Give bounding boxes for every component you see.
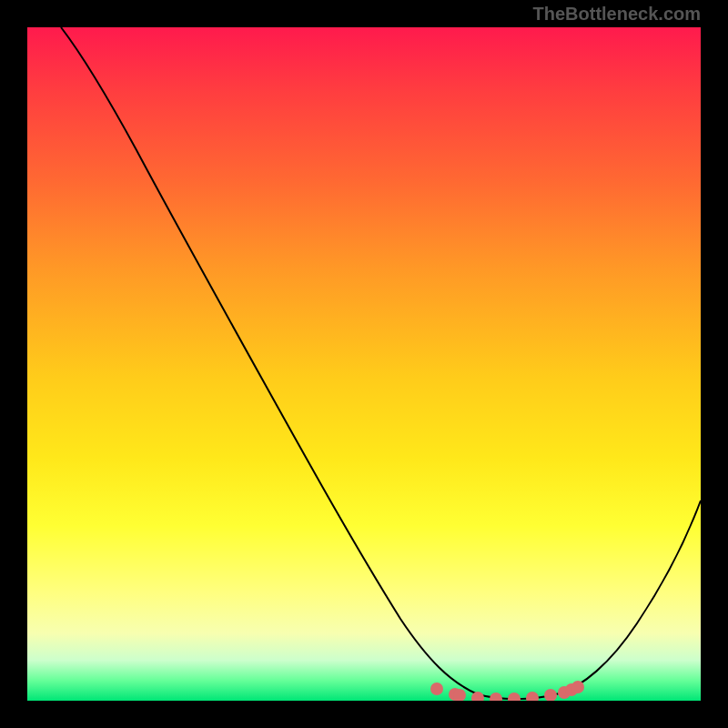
svg-point-6 — [526, 692, 539, 701]
svg-point-4 — [490, 693, 502, 701]
svg-point-10 — [571, 681, 584, 693]
chart-frame: TheBottleneck.com — [0, 0, 728, 728]
svg-point-7 — [544, 689, 557, 701]
svg-point-0 — [430, 682, 443, 695]
plot-area — [27, 27, 701, 701]
optimal-range-dots — [430, 681, 584, 701]
bottleneck-curve-path — [61, 27, 701, 699]
svg-point-5 — [508, 693, 521, 701]
watermark-text: TheBottleneck.com — [533, 4, 701, 25]
curve-layer — [27, 27, 701, 701]
